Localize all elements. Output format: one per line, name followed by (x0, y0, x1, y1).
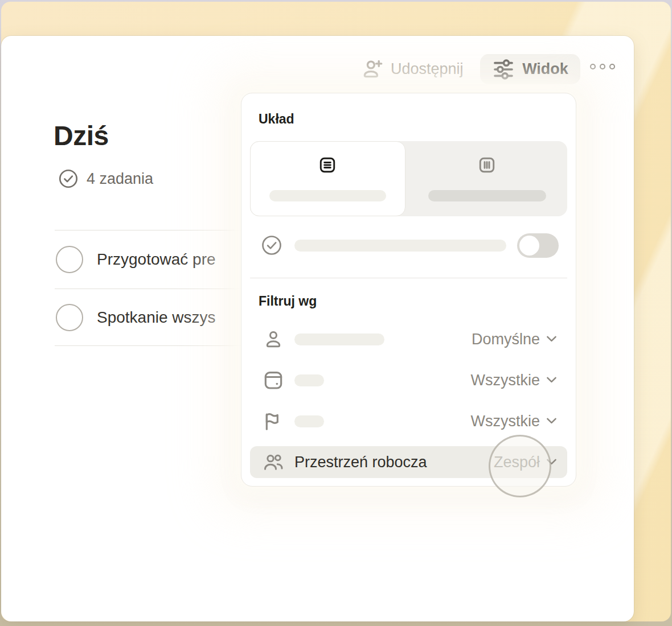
layout-heading: Układ (259, 112, 294, 127)
filter-label-placeholder-bar (294, 374, 324, 386)
switch-knob (519, 236, 539, 256)
share-label: Udostępnij (391, 60, 464, 78)
filter-value: Domyślne (472, 331, 540, 348)
filter-label: Przestrzeń robocza (294, 454, 427, 471)
task-label[interactable]: Spotkanie wszys (97, 308, 244, 327)
filter-value: Wszystkie (471, 413, 540, 430)
filter-row-assignee[interactable]: Domyślne (250, 319, 567, 360)
task-checkbox[interactable] (56, 246, 83, 273)
sliders-icon (492, 58, 515, 81)
chevron-down-icon (546, 418, 557, 425)
main-card: Udostępnij Widok Dziś 4 zadania P (1, 36, 634, 621)
board-layout-icon (478, 156, 496, 174)
popup-divider (250, 278, 567, 278)
person-icon (262, 328, 285, 351)
chevron-down-icon (546, 377, 557, 384)
flag-icon (262, 410, 285, 433)
toggle-placeholder-bar (294, 240, 506, 252)
filter-label-placeholder-bar (294, 333, 384, 345)
check-circle-icon (58, 168, 79, 190)
users-icon (262, 451, 285, 473)
layout-option-board[interactable] (405, 141, 567, 216)
person-plus-icon (360, 57, 384, 81)
filter-dropdown[interactable]: Wszystkie (471, 413, 558, 430)
task-count: 4 zadania (58, 168, 153, 190)
filter-label-placeholder-bar (294, 415, 324, 427)
toggle-switch-off[interactable] (517, 233, 559, 258)
ellipsis-icon (590, 64, 596, 69)
layout-option-list[interactable] (250, 141, 405, 216)
list-layout-icon (318, 156, 337, 174)
filter-heading: Filtruj wg (259, 294, 317, 309)
click-indicator (489, 435, 551, 497)
more-options-button[interactable] (590, 64, 615, 69)
filter-row-date[interactable]: Wszystkie (250, 360, 567, 401)
list-divider (55, 230, 244, 230)
check-circle-icon (260, 234, 283, 257)
view-options-popup: Układ (241, 93, 576, 487)
page-title: Dziś (54, 120, 109, 151)
task-count-label: 4 zadania (87, 170, 153, 188)
task-label[interactable]: Przygotować pre (97, 250, 244, 269)
calendar-icon (262, 369, 285, 392)
list-option-placeholder-bar (269, 190, 386, 201)
filter-value: Wszystkie (471, 372, 540, 389)
view-button[interactable]: Widok (480, 54, 580, 84)
list-divider (55, 289, 244, 289)
list-divider (55, 345, 244, 346)
share-button[interactable]: Udostępnij (360, 57, 464, 81)
view-label: Widok (522, 60, 568, 78)
filter-dropdown[interactable]: Domyślne (472, 331, 557, 348)
ellipsis-icon (609, 64, 615, 69)
layout-segmented-control (250, 141, 567, 216)
task-checkbox[interactable] (56, 304, 83, 331)
filter-dropdown[interactable]: Wszystkie (471, 372, 558, 389)
ellipsis-icon (600, 64, 605, 69)
chevron-down-icon (546, 336, 557, 343)
board-option-placeholder-bar (428, 190, 546, 201)
